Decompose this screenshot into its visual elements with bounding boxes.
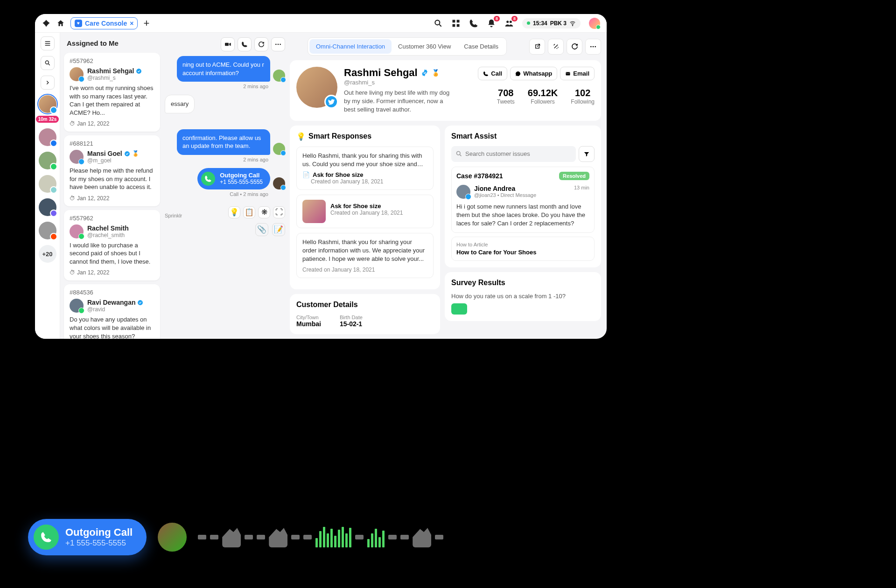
email-button[interactable]: Email	[560, 67, 595, 80]
field-value: 15-02-1	[340, 320, 363, 328]
call-event-chip[interactable]: Outgoing Call +1 555-555-5555	[197, 168, 270, 189]
article-tag: How to Article	[456, 242, 589, 247]
voice-call-button[interactable]	[238, 37, 252, 51]
rail-avatar[interactable]	[39, 128, 56, 146]
kb-article[interactable]: How to Article How to Care for Your Shoe…	[451, 237, 595, 261]
call-chip[interactable]: Outgoing Call +1 555-555-5555	[28, 519, 147, 555]
case-card[interactable]: Case #3784921 Resolved Jione Andrea @jio…	[451, 167, 595, 233]
phone-icon[interactable]	[469, 19, 478, 28]
case-id: #688121	[70, 140, 154, 147]
location-label: PBK 3	[550, 20, 567, 27]
add-tab-button[interactable]: +	[143, 17, 149, 29]
app-logo-icon	[42, 19, 51, 28]
svg-line-27	[460, 154, 461, 156]
svg-point-14	[136, 69, 141, 74]
network-badge-icon	[78, 308, 84, 314]
sprinklr-icon[interactable]: ❋	[258, 206, 270, 218]
video-call-button[interactable]	[221, 37, 235, 51]
expand-icon[interactable]: ⛶	[273, 206, 285, 218]
stat-label: Following	[571, 98, 595, 105]
user-avatar[interactable]	[589, 18, 600, 29]
magic-button[interactable]	[548, 39, 564, 55]
network-badge-icon	[78, 233, 84, 239]
notifications-icon[interactable]: 8	[487, 19, 496, 28]
more-avatars-button[interactable]: +20	[39, 245, 56, 263]
menu-button[interactable]	[41, 36, 55, 50]
tab-label: Care Console	[85, 20, 127, 27]
verified-icon	[420, 69, 429, 77]
case-date: ⏱Jan 12, 2022	[70, 269, 154, 276]
case-card[interactable]: #557962 Rachel Smith @rachel_smith I wou…	[64, 210, 160, 281]
verified-icon	[136, 68, 142, 74]
survey-score-badge	[451, 303, 467, 315]
panel-heading: Customer Details	[296, 301, 434, 309]
compose-button[interactable]: 📝	[272, 223, 285, 236]
message-timestamp: 2 mins ago	[165, 84, 268, 89]
refresh-button[interactable]	[254, 37, 268, 51]
suggestion-icon[interactable]: 💡	[228, 206, 240, 218]
notif-badge: 8	[494, 16, 500, 21]
status-dot-icon	[527, 21, 530, 25]
wifi-icon	[569, 20, 576, 27]
profile-card: Rashmi Sehgal 🏅 @rashmi_s Out here livin…	[290, 60, 601, 121]
smart-response-item[interactable]: Hello Rashmi, thank you for sharing your…	[296, 233, 434, 278]
smart-response-item[interactable]: Hello Rashmi, thank you for sharing this…	[296, 147, 434, 190]
rail-expand-button[interactable]	[41, 76, 55, 90]
rail-avatar[interactable]	[39, 152, 56, 169]
call-button[interactable]: Call	[478, 67, 507, 80]
stat-value: 708	[497, 88, 515, 98]
more-options-button[interactable]	[271, 37, 285, 51]
case-card[interactable]: #884536 Ravi Dewangan @ravid Do you have…	[64, 284, 160, 339]
svg-point-22	[590, 46, 592, 47]
case-card[interactable]: #557962 Rashmi Sehgal @rashmi_s I've wor…	[64, 53, 160, 132]
case-timer: 10m 32s	[36, 116, 59, 123]
svg-point-19	[275, 44, 277, 45]
star-badge-icon: 🏅	[132, 150, 139, 157]
close-tab-icon[interactable]: ×	[130, 20, 133, 27]
whatsapp-button[interactable]: Whatsapp	[510, 67, 557, 80]
caller-avatar[interactable]	[158, 523, 187, 552]
search-input[interactable]	[451, 146, 576, 162]
rail-avatar[interactable]	[39, 175, 56, 193]
notes-icon[interactable]: 📋	[243, 206, 255, 218]
float-call-number: +1 555-555-5555	[65, 539, 133, 548]
survey-panel: Survey Results How do you rate us on a s…	[445, 272, 601, 321]
case-card[interactable]: #688121 Mansi Goel🏅 @m_goel Please help …	[64, 135, 160, 206]
apps-icon[interactable]	[451, 19, 461, 28]
case-message: Hi i got some new runners last month and…	[456, 203, 589, 228]
svg-rect-2	[452, 20, 455, 22]
clock-icon: ⏱	[70, 269, 75, 276]
case-id: Case #3784921	[456, 172, 503, 180]
filter-button[interactable]	[579, 146, 595, 162]
rail-avatar[interactable]	[39, 198, 56, 216]
smart-response-item[interactable]: Ask for Shoe size Created on January 18,…	[296, 195, 434, 228]
rail-avatar[interactable]	[39, 222, 56, 239]
status-chip[interactable]: 15:34 PBK 3	[522, 18, 581, 28]
audio-waveform	[198, 527, 443, 547]
tab-omni[interactable]: Omni-Channel Interaction	[309, 39, 392, 54]
search-icon[interactable]	[434, 19, 443, 28]
rail-avatar-active[interactable]	[39, 95, 56, 113]
case-avatar	[70, 67, 84, 81]
svg-point-16	[138, 300, 143, 305]
home-icon[interactable]	[56, 19, 65, 28]
case-user-handle: @ravid	[87, 306, 143, 313]
call-number: +1 555-555-5555	[220, 179, 263, 185]
case-user-name: Rachel Smith	[87, 224, 129, 232]
people-icon[interactable]: 8	[504, 19, 514, 28]
reload-button[interactable]	[567, 39, 582, 55]
profile-avatar[interactable]	[296, 67, 337, 108]
tab-360[interactable]: Customer 360 View	[392, 39, 457, 54]
attachment-button[interactable]: 📎	[255, 223, 268, 236]
profile-stats: 708Tweets 69.12KFollowers 102Following	[497, 88, 595, 105]
profile-bio: Out here living my best life with my dog…	[344, 89, 456, 114]
tab-case[interactable]: Case Details	[457, 39, 505, 54]
whatsapp-badge-icon	[50, 163, 57, 170]
active-tab-chip[interactable]: ♥ Care Console ×	[70, 17, 138, 29]
export-button[interactable]	[529, 39, 545, 55]
svg-point-26	[457, 151, 461, 155]
rail-search-button[interactable]	[41, 56, 55, 70]
case-user-name: Ravi Dewangan	[87, 299, 143, 306]
care-icon: ♥	[75, 20, 82, 27]
overflow-button[interactable]	[585, 39, 601, 55]
